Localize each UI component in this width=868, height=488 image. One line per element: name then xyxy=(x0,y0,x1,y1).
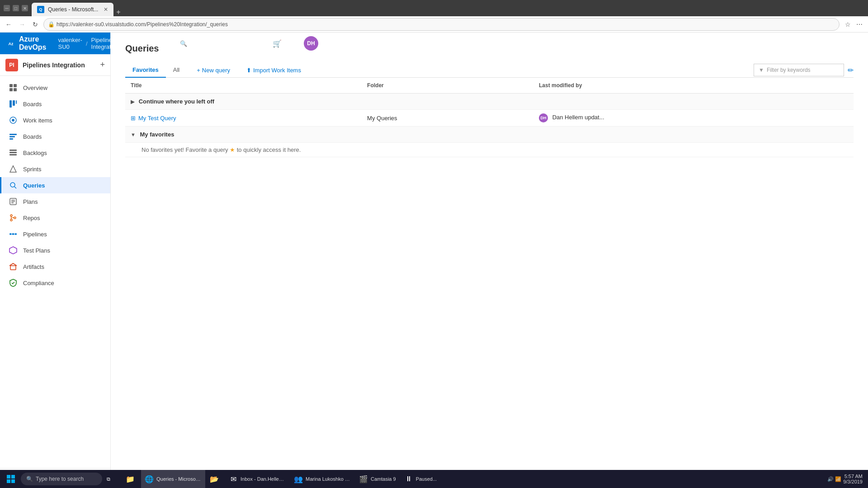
sidebar-item-backlogs[interactable]: Backlogs xyxy=(0,145,110,161)
sidebar-add-btn[interactable]: + xyxy=(100,60,105,70)
app-container: Az Azure DevOps valenker-SU0 / Pipelines… xyxy=(0,33,868,488)
settings-btn[interactable]: ⋯ xyxy=(854,20,864,29)
file-explorer-btn[interactable]: 📁 xyxy=(122,470,140,488)
sidebar-item-plans[interactable]: Plans xyxy=(0,193,110,210)
query-icon: ⊞ xyxy=(131,115,136,122)
queries-label: Queries xyxy=(23,182,45,189)
section-my-favorites-toggle[interactable]: ▼ xyxy=(131,132,136,137)
taskbar-sys: 🔊 📶 5:57 AM 9/3/2019 xyxy=(827,474,866,484)
svg-rect-38 xyxy=(7,479,10,483)
plans-label: Plans xyxy=(23,198,38,205)
camtasia-btn[interactable]: 🎬 Camtasia 9 xyxy=(355,470,400,488)
svg-rect-8 xyxy=(16,100,17,104)
paused-btn[interactable]: ⏸ Paused... xyxy=(401,470,440,488)
azure-logo: Az Azure DevOps xyxy=(7,35,51,52)
page-title: Queries xyxy=(125,43,854,54)
section-continue-toggle[interactable]: ▶ xyxy=(131,99,134,104)
edit-icon[interactable]: ✏ xyxy=(848,66,854,75)
forward-btn[interactable]: → xyxy=(17,20,27,29)
sidebar-item-compliance[interactable]: Compliance xyxy=(0,275,110,291)
sidebar-item-boards2[interactable]: Boards xyxy=(0,128,110,145)
work-items-label: Work items xyxy=(23,117,52,124)
taskbar-search[interactable]: 🔍 Type here to search xyxy=(21,473,102,485)
svg-rect-11 xyxy=(9,134,17,135)
sprints-label: Sprints xyxy=(23,166,41,173)
file-manager-icon: 📂 xyxy=(210,474,219,483)
test-plans-label: Test Plans xyxy=(23,247,50,254)
query-my-test-query-link[interactable]: ⊞ My Test Query xyxy=(131,115,356,122)
sprints-icon xyxy=(9,164,18,174)
tab-favorites[interactable]: Favorites xyxy=(125,63,166,78)
main-content: Queries Favorites All + New query ⬆ Impo… xyxy=(111,33,868,488)
svg-rect-12 xyxy=(9,136,15,137)
file-manager-btn[interactable]: 📂 xyxy=(206,470,224,488)
boards-label: Boards xyxy=(23,101,42,108)
svg-rect-14 xyxy=(9,150,17,151)
plans-icon xyxy=(9,197,18,206)
filter-placeholder: Filter by keywords xyxy=(767,67,811,73)
active-tab[interactable]: Q Queries - Microsoft... ✕ xyxy=(32,3,113,16)
backlogs-label: Backlogs xyxy=(23,150,47,156)
breadcrumb-org[interactable]: valenker-SU0 xyxy=(58,37,82,50)
svg-rect-39 xyxy=(11,479,15,483)
inbox-btn[interactable]: ✉ Inbox - Dan.Hellem... xyxy=(225,470,289,488)
maximize-btn[interactable]: □ xyxy=(13,5,19,11)
queries-table: Title Folder Last modified by ▶ Continue… xyxy=(125,78,854,157)
svg-rect-4 xyxy=(9,88,13,91)
svg-marker-34 xyxy=(9,247,17,254)
edge-browser-btn[interactable]: 🌐 Queries - Microsoft... xyxy=(141,470,205,488)
query-modified-by: DH Dan Hellem updat... xyxy=(533,110,854,127)
import-work-items-btn[interactable]: ⬆ Import Work Items xyxy=(240,64,307,76)
sidebar-header: PI Pipelines Integration + xyxy=(0,54,110,76)
sidebar-item-pipelines[interactable]: Pipelines xyxy=(0,226,110,242)
taskbar-search-placeholder: Type here to search xyxy=(36,476,84,482)
sidebar-item-boards[interactable]: Boards xyxy=(0,96,110,112)
sidebar-item-overview[interactable]: Overview xyxy=(0,80,110,96)
sidebar-nav: Overview Boards Work items Boards xyxy=(0,76,110,468)
edge-label: Queries - Microsoft... xyxy=(156,476,202,482)
back-btn[interactable]: ← xyxy=(4,20,14,29)
azure-logo-text: Azure DevOps xyxy=(19,35,51,52)
filter-input-box[interactable]: ▼ Filter by keywords xyxy=(754,64,844,76)
tab-title: Queries - Microsoft... xyxy=(48,6,98,13)
sidebar-item-test-plans[interactable]: Test Plans xyxy=(0,242,110,258)
sidebar-item-sprints[interactable]: Sprints xyxy=(0,161,110,177)
time-display[interactable]: 5:57 AM 9/3/2019 xyxy=(843,474,863,484)
taskbar: 🔍 Type here to search ⧉ 📁 🌐 Queries - Mi… xyxy=(0,470,868,488)
svg-point-18 xyxy=(10,183,15,187)
section-continue: ▶ Continue where you left off xyxy=(125,94,854,110)
paused-label: Paused... xyxy=(416,476,437,482)
sidebar-item-repos[interactable]: Repos xyxy=(0,210,110,226)
modifier-name: Dan Hellem updat... xyxy=(552,114,604,121)
table-row: ⊞ My Test Query My Queries DH Dan Hellem… xyxy=(125,110,854,127)
refresh-btn[interactable]: ↻ xyxy=(31,20,40,29)
query-folder: My Queries xyxy=(362,110,533,127)
minimize-btn[interactable]: ─ xyxy=(4,5,10,11)
teams-icon: 👥 xyxy=(294,474,303,483)
col-title: Title xyxy=(125,78,362,94)
svg-point-31 xyxy=(15,233,17,235)
new-tab-btn[interactable]: + xyxy=(113,8,123,16)
sidebar-item-queries[interactable]: Queries xyxy=(0,177,110,193)
svg-rect-16 xyxy=(9,154,17,155)
tab-close-icon[interactable]: ✕ xyxy=(104,6,108,13)
bookmark-btn[interactable]: ☆ xyxy=(843,20,853,29)
azure-devops-logo-icon: Az xyxy=(7,37,15,50)
close-btn[interactable]: ✕ xyxy=(22,5,28,11)
address-input[interactable] xyxy=(43,18,840,31)
start-btn[interactable] xyxy=(2,470,20,488)
svg-rect-15 xyxy=(9,152,17,153)
sidebar-item-work-items[interactable]: Work items xyxy=(0,112,110,128)
svg-point-10 xyxy=(12,119,14,122)
teams-btn[interactable]: 👥 Marina Lukoshko | ... xyxy=(290,470,354,488)
svg-rect-37 xyxy=(11,475,15,479)
lock-icon: 🔒 xyxy=(48,21,55,28)
new-query-btn[interactable]: + New query xyxy=(190,64,236,76)
browser-chrome: ─ □ ✕ Q Queries - Microsoft... ✕ + xyxy=(0,0,868,16)
svg-rect-3 xyxy=(14,84,17,87)
sidebar-item-artifacts[interactable]: Artifacts xyxy=(0,258,110,275)
plus-icon: + xyxy=(197,67,200,74)
task-view-btn[interactable]: ⧉ xyxy=(103,470,121,488)
svg-point-26 xyxy=(14,217,16,219)
tab-all[interactable]: All xyxy=(166,63,187,78)
